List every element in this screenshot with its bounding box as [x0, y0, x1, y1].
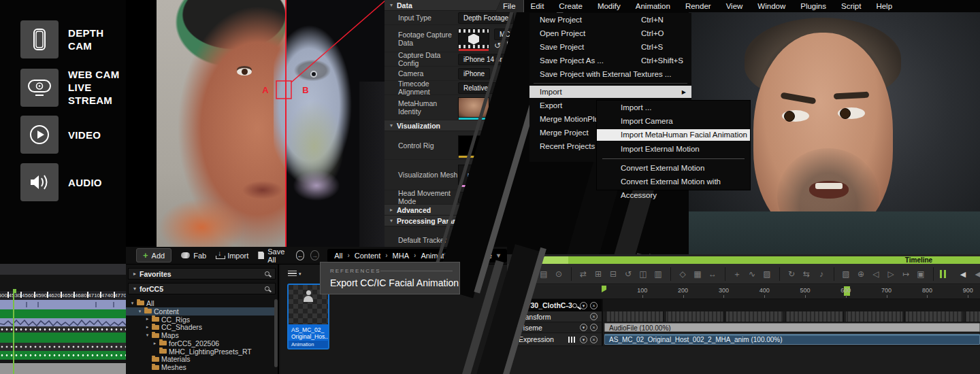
mini-timeline-ruler[interactable]: 4500453045604590462046504680471047404770: [0, 291, 126, 300]
motion-clip-icon[interactable]: ▨: [762, 269, 772, 279]
close-circle-icon[interactable]: ×: [590, 336, 598, 343]
fit-range-icon[interactable]: ↔: [707, 269, 718, 279]
submenu-item-convert-external-motion-with-accessory[interactable]: Convert External Motion with Accessory: [597, 175, 750, 188]
collapse-circle-icon[interactable]: ▾: [580, 324, 587, 331]
track-row-transform[interactable]: Transform ×: [507, 311, 980, 322]
menubar-item-view[interactable]: View: [719, 0, 751, 12]
tree-arrow-icon[interactable]: ▸: [145, 316, 150, 322]
tree-item-meshes[interactable]: Meshes: [126, 363, 274, 371]
tree-item-all[interactable]: ▾All: [126, 299, 274, 307]
playhead-line[interactable]: [13, 289, 14, 374]
menubar-item-window[interactable]: Window: [750, 0, 793, 12]
import-button[interactable]: Import: [216, 252, 248, 260]
expand-icon[interactable]: ◇: [677, 269, 688, 279]
back-button[interactable]: ←: [296, 250, 305, 260]
file-menu-item-save-project-with-external-textures-[interactable]: Save Project with External Textures ...: [529, 67, 691, 81]
tree-item-maps[interactable]: ▾Maps: [126, 331, 274, 339]
curve-icon[interactable]: ∿: [747, 269, 757, 279]
undo-clip-icon[interactable]: ↺: [623, 269, 634, 279]
submenu-item-import-external-motion[interactable]: Import External Motion: [597, 142, 750, 156]
range-icon[interactable]: ▥: [653, 269, 664, 279]
save-all-button[interactable]: Save All: [258, 248, 289, 264]
submenu-item-import-metahuman-facial-animation-[interactable]: Import MetaHuman Facial Animation ...: [597, 129, 750, 141]
audio-clip[interactable]: AudioFile (100.00%): [604, 323, 980, 332]
key-icon[interactable]: [572, 303, 577, 308]
marker-track[interactable]: [0, 300, 126, 309]
loop-icon[interactable]: ↻: [786, 269, 797, 279]
add-button[interactable]: + Add: [136, 248, 172, 262]
track-row-expression[interactable]: Expression ▾ × AS_MC_02_Original_Host_00…: [507, 333, 980, 346]
tree-item-forcc5_202506[interactable]: ▸forCC5_202506: [126, 339, 274, 347]
property-field[interactable]: Depth Footage: [458, 12, 514, 24]
breadcrumb-item-content[interactable]: Content: [355, 252, 381, 260]
move-clip-icon[interactable]: ⇄: [578, 269, 589, 279]
menubar-item-render[interactable]: Render: [678, 0, 719, 12]
add-clip-icon[interactable]: ⊞: [593, 269, 604, 279]
tree-arrow-icon[interactable]: ▸: [145, 324, 150, 330]
pause-icon[interactable]: [940, 270, 947, 278]
forward-button[interactable]: →: [310, 250, 319, 260]
track-row-cloth[interactable]: _0730_ClothC-3 ▾ ×: [507, 299, 980, 311]
tree-item-content[interactable]: ▾Content: [126, 307, 274, 316]
next-tri-icon[interactable]: ▷: [885, 269, 896, 279]
file-menu-item-import[interactable]: Import▶: [529, 86, 691, 98]
filter-icon[interactable]: [288, 271, 297, 277]
skip-start-icon[interactable]: ◀: [958, 269, 968, 279]
menubar-item-create[interactable]: Create: [551, 0, 590, 12]
fab-button[interactable]: Fab: [181, 252, 206, 260]
close-circle-icon[interactable]: ×: [590, 324, 598, 331]
waveform-track[interactable]: [0, 318, 126, 326]
music-icon[interactable]: ♪: [816, 269, 827, 279]
menubar-item-plugins[interactable]: Plugins: [793, 0, 834, 12]
tree-arrow-icon[interactable]: ▸: [152, 341, 157, 346]
sidebar-item-audio[interactable]: AUDIO: [20, 163, 102, 201]
close-circle-icon[interactable]: ×: [590, 302, 598, 309]
clip-dot-track[interactable]: [0, 351, 126, 360]
submenu-item-import-[interactable]: Import ...: [597, 101, 750, 114]
animation-clip[interactable]: AS_MC_02_Original_Host_002_2_MHA_anim (1…: [604, 334, 980, 345]
clip-track[interactable]: [0, 333, 126, 343]
tree-scrollbar[interactable]: [274, 299, 278, 367]
menubar-item-help[interactable]: Help: [868, 0, 900, 12]
submenu-item-import-camera[interactable]: Import Camera: [597, 114, 750, 128]
submenu-item-convert-external-motion[interactable]: Convert External Motion: [597, 161, 750, 175]
search-icon[interactable]: [265, 286, 270, 291]
sidebar-item-video[interactable]: VIDEO: [20, 116, 101, 154]
menubar-item-edit[interactable]: Edit: [523, 0, 552, 12]
collapse-circle-icon[interactable]: ▾: [580, 336, 587, 343]
clip-track[interactable]: [0, 309, 126, 318]
menubar-item-script[interactable]: Script: [834, 0, 868, 12]
folder-header[interactable]: ▾ forCC5: [128, 283, 276, 294]
step-back-icon[interactable]: ◀: [973, 269, 980, 279]
swap-icon[interactable]: ⇆: [801, 269, 812, 279]
file-menu-item-save-project[interactable]: Save ProjectCtrl+S: [529, 40, 691, 54]
search-icon[interactable]: [265, 271, 270, 276]
timeline-ruler[interactable]: 100200300400500600700800900: [507, 285, 980, 299]
merge-icon[interactable]: ▦: [692, 269, 703, 279]
prev-tri-icon[interactable]: ◁: [870, 269, 881, 279]
file-menu-item-save-project-as-[interactable]: Save Project As ...Ctrl+Shift+S: [529, 54, 691, 67]
export-clip-icon[interactable]: ▣: [915, 269, 926, 279]
film-thumbnail[interactable]: [458, 29, 489, 49]
bars-icon[interactable]: [568, 337, 576, 343]
tree-item-cc_shaders[interactable]: ▸CC_Shaders: [126, 323, 274, 331]
range-start-flag[interactable]: [602, 286, 606, 292]
breadcrumb-item-all[interactable]: All: [334, 252, 342, 260]
split-icon[interactable]: ◫: [638, 269, 649, 279]
file-menu-item-open-project[interactable]: Open ProjectCtrl+O: [529, 27, 691, 40]
tree-item-mhc_lightingpresets_rt[interactable]: MHC_LightingPresets_RT: [126, 347, 274, 356]
tree-arrow-icon[interactable]: ▾: [137, 309, 142, 314]
add-key-icon[interactable]: ＋: [732, 269, 742, 279]
sidebar-item-web-cam[interactable]: WEB CAM LIVE STREAM: [20, 68, 126, 107]
menubar-item-animation[interactable]: Animation: [628, 0, 678, 12]
keyframe-dot-track[interactable]: [0, 326, 126, 333]
insert-icon[interactable]: ▧: [840, 269, 851, 279]
favorites-header[interactable]: ▸ Favorites: [128, 268, 276, 279]
menubar-item-modify[interactable]: Modify: [590, 0, 628, 12]
property-field[interactable]: iPhone: [458, 68, 490, 80]
track-row-viseme[interactable]: Viseme ▾ × AudioFile (100.00%): [507, 322, 980, 333]
zoom-icon[interactable]: ⊕: [855, 269, 866, 279]
sidebar-item-depth-cam[interactable]: DEPTH CAM: [20, 20, 103, 58]
tree-arrow-icon[interactable]: ▾: [130, 301, 135, 306]
remove-clip-icon[interactable]: ⊟: [608, 269, 619, 279]
